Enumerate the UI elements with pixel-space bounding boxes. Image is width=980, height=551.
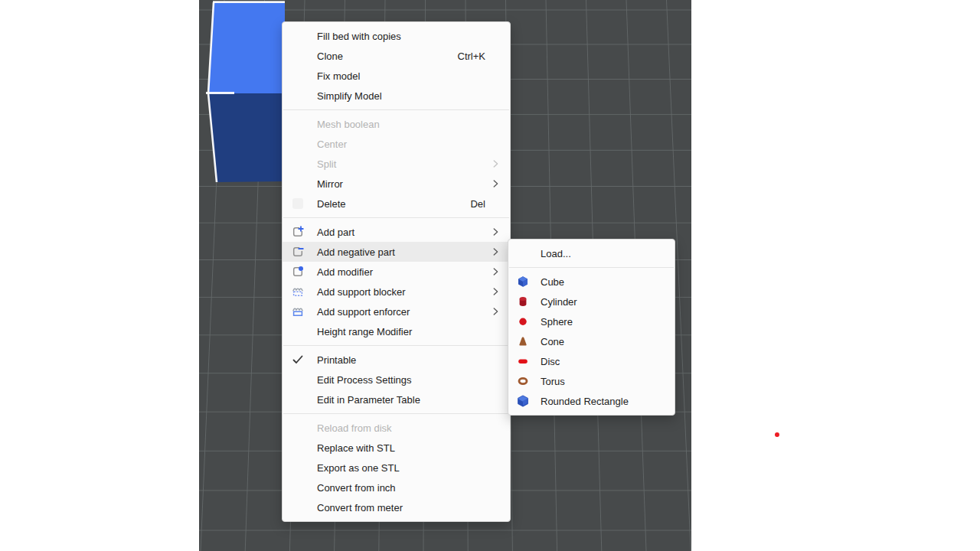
- menu-separator: [509, 267, 674, 268]
- menu-item-fix-model[interactable]: Fix model: [283, 66, 510, 86]
- support-blocker-icon: [292, 285, 304, 298]
- menu-separator: [283, 109, 509, 110]
- menu-item-label: Add support blocker: [317, 286, 490, 298]
- cone-icon: [516, 335, 530, 347]
- submenu-item-cylinder[interactable]: Cylinder: [508, 292, 675, 311]
- menu-item-label: Cube: [541, 276, 667, 288]
- menu-item-convert-from-meter[interactable]: Convert from meter: [283, 497, 510, 517]
- menu-item-label: Replace with STL: [317, 442, 501, 454]
- menu-item-label: Clone: [317, 51, 458, 62]
- menu-item-label: Cylinder: [541, 296, 667, 308]
- submenu-item-rounded-rectangle[interactable]: Rounded Rectangle: [508, 391, 675, 411]
- submenu-item-torus[interactable]: Torus: [508, 371, 675, 391]
- icon-gutter-empty: [292, 442, 304, 454]
- menu-item-edit-process-settings[interactable]: Edit Process Settings: [283, 370, 510, 390]
- menu-item-label: Add modifier: [317, 266, 490, 278]
- icon-gutter-empty: [292, 393, 304, 406]
- menu-item-label: Fill bed with copies: [317, 31, 501, 42]
- menu-item-clone[interactable]: CloneCtrl+K: [283, 46, 510, 66]
- sphere-icon: [516, 315, 530, 328]
- menu-item-label: Convert from meter: [317, 502, 501, 514]
- icon-gutter-empty: [292, 178, 304, 190]
- menu-item-simplify-model[interactable]: Simplify Model: [283, 86, 510, 106]
- submenu-item-cube[interactable]: Cube: [508, 272, 675, 292]
- chevron-right-icon: [490, 227, 501, 237]
- submenu-item-sphere[interactable]: Sphere: [508, 311, 675, 331]
- menu-item-add-support-blocker[interactable]: Add support blocker: [283, 282, 510, 302]
- menu-item-add-support-enforcer[interactable]: Add support enforcer: [283, 302, 510, 321]
- rounded-rectangle-icon: [516, 395, 530, 407]
- icon-gutter-empty: [292, 70, 304, 82]
- menu-item-label: Add support enforcer: [317, 306, 490, 318]
- chevron-right-icon: [490, 266, 501, 277]
- menu-separator: [283, 345, 509, 346]
- cube-icon: [516, 276, 530, 288]
- menu-item-label: Simplify Model: [317, 90, 501, 102]
- menu-item-edit-in-parameter-table[interactable]: Edit in Parameter Table: [283, 390, 510, 409]
- menu-item-label: Sphere: [541, 316, 667, 328]
- checkmark-icon: [292, 354, 304, 366]
- menu-item-label: Height range Modifier: [317, 326, 501, 337]
- menu-item-add-negative-part[interactable]: Add negative part: [283, 242, 510, 262]
- add-negative-part-submenu: Load...CubeCylinderSphereConeDiscTorusRo…: [508, 239, 675, 416]
- submenu-item-cone[interactable]: Cone: [508, 331, 675, 351]
- menu-item-convert-from-inch[interactable]: Convert from inch: [283, 478, 510, 497]
- blank-placeholder-icon: [292, 197, 304, 210]
- menu-item-label: Disc: [541, 356, 667, 367]
- menu-item-label: Load...: [541, 248, 667, 259]
- chevron-right-icon: [490, 178, 501, 189]
- chevron-right-icon: [490, 286, 501, 297]
- menu-item-center: Center: [283, 134, 510, 154]
- menu-item-mirror[interactable]: Mirror: [283, 174, 510, 194]
- menu-item-printable[interactable]: Printable: [283, 350, 510, 370]
- menu-item-label: Delete: [317, 198, 470, 210]
- chevron-right-icon: [490, 158, 501, 169]
- add-part-icon: [292, 226, 304, 238]
- disc-icon: [516, 355, 530, 367]
- menu-separator: [283, 413, 509, 414]
- menu-item-replace-with-stl[interactable]: Replace with STL: [283, 438, 510, 458]
- icon-gutter-empty: [292, 481, 304, 494]
- menu-item-label: Reload from disk: [317, 422, 501, 434]
- add-negative-part-icon: [292, 246, 304, 258]
- menu-item-label: Edit Process Settings: [317, 374, 501, 386]
- menu-item-split: Split: [283, 154, 510, 174]
- icon-gutter-empty: [292, 461, 304, 474]
- menu-item-label: Torus: [541, 376, 667, 387]
- menu-item-fill-bed-with-copies[interactable]: Fill bed with copies: [283, 26, 510, 46]
- menu-item-add-modifier[interactable]: Add modifier: [283, 262, 510, 282]
- menu-item-label: Convert from inch: [317, 482, 501, 494]
- support-enforcer-icon: [292, 305, 304, 318]
- menu-item-add-part[interactable]: Add part: [283, 222, 510, 242]
- menu-item-label: Mirror: [317, 178, 490, 190]
- menu-item-height-range-modifier[interactable]: Height range Modifier: [283, 321, 510, 341]
- add-modifier-icon: [292, 266, 304, 278]
- icon-gutter-empty: [292, 325, 304, 337]
- menu-item-label: Add part: [317, 227, 490, 238]
- submenu-item-load[interactable]: Load...: [508, 243, 675, 263]
- red-dot: [775, 432, 779, 437]
- torus-icon: [516, 375, 530, 387]
- icon-gutter-empty: [516, 247, 530, 259]
- shortcut-label: Del: [470, 198, 485, 210]
- menu-separator: [283, 217, 509, 218]
- submenu-item-disc[interactable]: Disc: [508, 351, 675, 371]
- menu-item-label: Edit in Parameter Table: [317, 394, 501, 406]
- menu-item-label: Cone: [541, 336, 667, 347]
- menu-item-export-as-one-stl[interactable]: Export as one STL: [283, 458, 510, 478]
- menu-item-label: Mesh boolean: [317, 119, 501, 130]
- chevron-right-icon: [490, 306, 501, 317]
- icon-gutter-empty: [292, 30, 304, 42]
- object-context-menu: Fill bed with copiesCloneCtrl+KFix model…: [282, 21, 511, 522]
- menu-item-label: Add negative part: [317, 246, 490, 258]
- menu-item-label: Rounded Rectangle: [541, 396, 667, 407]
- menu-item-label: Printable: [317, 354, 501, 366]
- menu-item-delete[interactable]: DeleteDel: [283, 194, 510, 214]
- icon-gutter-empty: [292, 501, 304, 514]
- cylinder-icon: [516, 295, 530, 308]
- icon-gutter-empty: [292, 90, 304, 102]
- icon-gutter-empty: [292, 138, 304, 150]
- chevron-right-icon: [490, 246, 501, 257]
- icon-gutter-empty: [292, 373, 304, 386]
- icon-gutter-empty: [292, 50, 304, 62]
